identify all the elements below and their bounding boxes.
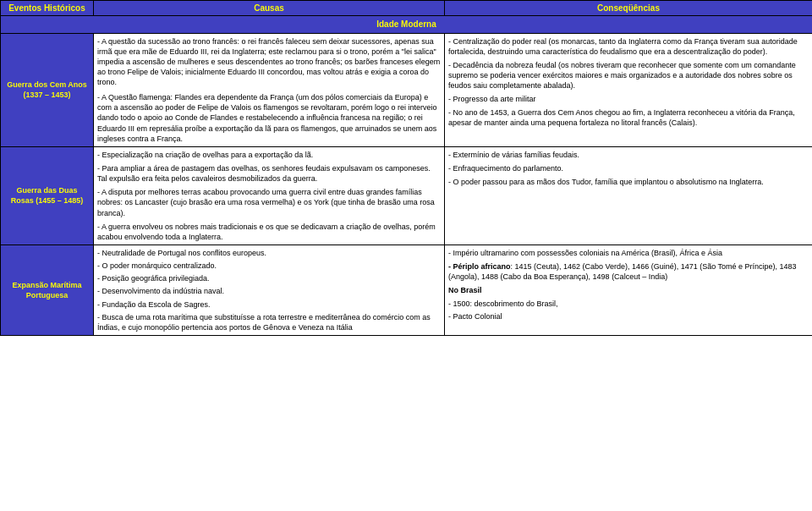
- section-moderna-row: Idade Moderna: [1, 16, 813, 34]
- causes-guerra-cem-anos: - A questão da sucessão ao trono francês…: [94, 33, 445, 146]
- event-expansao-maritima: Expansão Marítima Portuguesa: [1, 245, 94, 336]
- consequences-guerra-cem-anos: - Centralização do poder real (os monarc…: [445, 33, 813, 146]
- causes-expansao-maritima: - Neutralidade de Portugal nos conflitos…: [94, 245, 445, 336]
- header-events: Eventos Históricos: [1, 1, 94, 16]
- row-guerra-duas-rosas: Guerra das Duas Rosas (1455 – 1485) - Es…: [1, 146, 813, 245]
- consequences-guerra-duas-rosas: - Extermínio de várias famílias feudais.…: [445, 146, 813, 245]
- consequences-expansao-maritima: - Império ultramarino com possessões col…: [445, 245, 813, 336]
- header-consequences: Conseqüências: [445, 1, 813, 16]
- causes-guerra-duas-rosas: - Especialização na criação de ovelhas p…: [94, 146, 445, 245]
- row-guerra-cem-anos: Guerra dos Cem Anos (1337 – 1453) - A qu…: [1, 33, 813, 146]
- row-expansao-maritima: Expansão Marítima Portuguesa - Neutralid…: [1, 245, 813, 336]
- header-causes: Causas: [94, 1, 445, 16]
- table-header-row: Eventos Históricos Causas Conseqüências: [1, 1, 813, 16]
- event-guerra-cem-anos: Guerra dos Cem Anos (1337 – 1453): [1, 33, 94, 146]
- event-guerra-duas-rosas: Guerra das Duas Rosas (1455 – 1485): [1, 146, 94, 245]
- section-moderna-label: Idade Moderna: [1, 16, 813, 34]
